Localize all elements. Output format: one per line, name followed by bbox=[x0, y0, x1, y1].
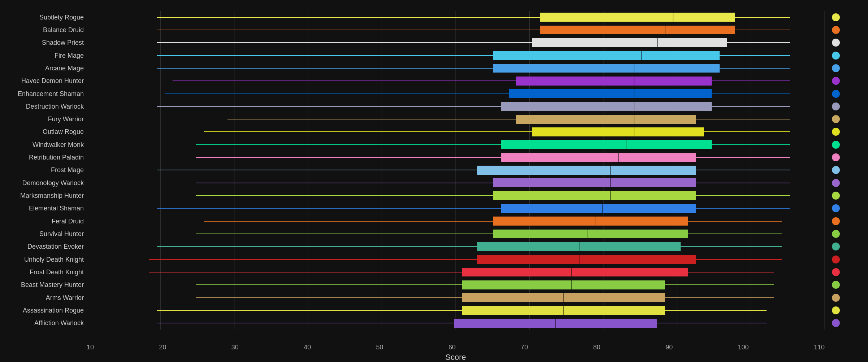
y-label: Marksmanship Hunter bbox=[0, 189, 84, 202]
x-axis: 102030405060708090100110 bbox=[87, 344, 825, 351]
dot-area bbox=[825, 100, 868, 113]
y-label: Enhancement Shaman bbox=[0, 87, 84, 100]
box-row bbox=[87, 126, 868, 138]
median-line bbox=[571, 280, 572, 289]
spec-dot bbox=[832, 294, 840, 302]
spec-dot bbox=[832, 281, 840, 289]
dot-area bbox=[825, 189, 868, 202]
dot-area bbox=[825, 49, 868, 62]
median-line bbox=[610, 178, 611, 187]
dot-area bbox=[825, 11, 868, 23]
median-line bbox=[634, 64, 634, 73]
dot-area bbox=[825, 176, 868, 189]
spec-dot bbox=[832, 26, 840, 34]
box-row bbox=[87, 215, 868, 227]
box-rect bbox=[462, 268, 689, 277]
y-label: Devastation Evoker bbox=[0, 240, 84, 253]
x-tick: 60 bbox=[448, 344, 456, 351]
box-rect bbox=[493, 64, 720, 73]
spec-dot bbox=[832, 115, 840, 123]
box-row bbox=[87, 100, 868, 113]
box-rect bbox=[477, 166, 696, 175]
y-label: Arms Warrior bbox=[0, 291, 84, 304]
spec-dot bbox=[832, 141, 840, 149]
median-line bbox=[563, 293, 564, 302]
box-rect bbox=[493, 217, 688, 226]
dot-area bbox=[825, 304, 868, 317]
dot-area bbox=[825, 138, 868, 151]
median-line bbox=[626, 140, 626, 149]
y-label: Shadow Priest bbox=[0, 36, 84, 49]
box-rect bbox=[532, 38, 727, 47]
median-line bbox=[587, 230, 587, 239]
box-row bbox=[87, 87, 868, 100]
spec-dot bbox=[832, 256, 840, 263]
whisker-line bbox=[227, 119, 790, 119]
x-tick: 70 bbox=[521, 344, 528, 351]
spec-dot bbox=[832, 217, 840, 225]
x-tick: 80 bbox=[593, 344, 600, 351]
box-row bbox=[87, 202, 868, 215]
chart-container: Subtlety RogueBalance DruidShadow Priest… bbox=[0, 0, 868, 362]
median-line bbox=[610, 166, 611, 175]
dot-area bbox=[825, 126, 868, 138]
y-labels: Subtlety RogueBalance DruidShadow Priest… bbox=[0, 7, 87, 333]
box-row bbox=[87, 253, 868, 266]
box-row bbox=[87, 62, 868, 74]
box-rect bbox=[516, 115, 696, 124]
box-rect bbox=[501, 102, 712, 111]
spec-dot bbox=[832, 128, 840, 136]
box-row bbox=[87, 304, 868, 317]
box-row bbox=[87, 279, 868, 291]
box-row bbox=[87, 164, 868, 176]
box-row bbox=[87, 176, 868, 189]
dot-area bbox=[825, 202, 868, 215]
median-line bbox=[579, 255, 580, 264]
y-label: Unholy Death Knight bbox=[0, 253, 84, 266]
spec-dot bbox=[832, 268, 840, 276]
spec-dot bbox=[832, 306, 840, 314]
x-tick: 40 bbox=[304, 344, 311, 351]
median-line bbox=[665, 26, 665, 35]
box-rect bbox=[501, 153, 696, 162]
box-row bbox=[87, 240, 868, 253]
y-label: Balance Druid bbox=[0, 23, 84, 36]
box-row bbox=[87, 227, 868, 240]
y-label: Frost Death Knight bbox=[0, 266, 84, 278]
median-line bbox=[634, 77, 634, 86]
spec-dot bbox=[832, 103, 840, 110]
box-row bbox=[87, 266, 868, 278]
median-line bbox=[634, 89, 634, 98]
box-row bbox=[87, 11, 868, 23]
box-rect bbox=[532, 127, 704, 136]
whisker-line bbox=[196, 234, 782, 234]
dot-area bbox=[825, 113, 868, 126]
median-line bbox=[571, 268, 572, 277]
dot-area bbox=[825, 87, 868, 100]
dot-area bbox=[825, 317, 868, 330]
box-rect bbox=[509, 89, 712, 98]
box-rect bbox=[540, 13, 735, 22]
y-label: Demonology Warlock bbox=[0, 176, 84, 189]
x-tick: 20 bbox=[159, 344, 166, 351]
median-line bbox=[610, 191, 611, 200]
y-label: Retribution Paladin bbox=[0, 151, 84, 163]
y-label: Fury Warrior bbox=[0, 113, 84, 126]
box-rect bbox=[477, 255, 696, 264]
y-label: Frost Mage bbox=[0, 164, 84, 176]
whisker-line bbox=[196, 157, 790, 158]
median-line bbox=[634, 115, 634, 124]
dot-area bbox=[825, 240, 868, 253]
y-label: Feral Druid bbox=[0, 215, 84, 227]
spec-dot bbox=[832, 153, 840, 161]
x-tick: 90 bbox=[665, 344, 673, 351]
median-line bbox=[634, 102, 634, 111]
box-rect bbox=[493, 230, 688, 239]
dot-area bbox=[825, 62, 868, 74]
dot-area bbox=[825, 291, 868, 304]
spec-dot bbox=[832, 77, 840, 85]
spec-dot bbox=[832, 39, 840, 47]
box-row bbox=[87, 138, 868, 151]
dot-area bbox=[825, 227, 868, 240]
spec-dot bbox=[832, 90, 840, 98]
